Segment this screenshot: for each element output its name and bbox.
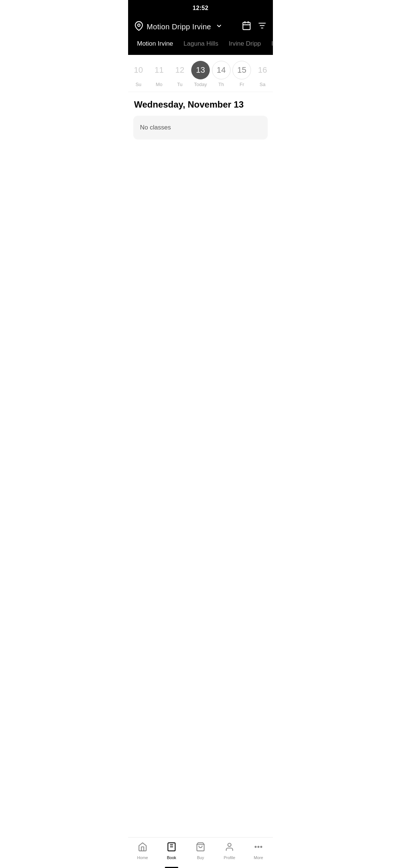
- date-number-10: 10: [129, 61, 148, 79]
- location-name: Motion Dripp Irvine: [147, 23, 211, 31]
- date-day-su: Su: [136, 82, 141, 87]
- chevron-down-icon: [216, 23, 222, 31]
- date-item-14[interactable]: 14 Th: [212, 61, 231, 87]
- location-tab-laguna-hills[interactable]: Laguna Hills: [179, 38, 223, 50]
- location-tab-irvine-dripp[interactable]: Irvine Dripp: [224, 38, 265, 50]
- location-selector[interactable]: Motion Dripp Irvine: [134, 21, 242, 33]
- date-day-tu: Tu: [177, 82, 183, 87]
- svg-point-0: [138, 24, 140, 26]
- date-day-fr: Fr: [239, 82, 244, 87]
- filter-icon[interactable]: [257, 21, 267, 33]
- date-item-16[interactable]: 16 Sa: [253, 61, 272, 87]
- date-number-14: 14: [212, 61, 231, 79]
- date-item-12[interactable]: 12 Tu: [170, 61, 189, 87]
- date-picker: 10 Su 11 Mo 12 Tu 13 Today 14 Th 15 Fr 1…: [128, 55, 273, 92]
- header-actions: [242, 21, 267, 33]
- date-item-13[interactable]: 13 Today: [191, 61, 210, 87]
- location-tab-motion-irvine[interactable]: Motion Irvine: [133, 38, 177, 50]
- date-heading: Wednesday, November 13: [128, 92, 273, 114]
- date-day-th: Th: [218, 82, 224, 87]
- date-day-sa: Sa: [260, 82, 265, 87]
- no-classes-card: No classes: [133, 116, 268, 139]
- location-pin-icon: [134, 21, 144, 33]
- calendar-icon[interactable]: [242, 21, 251, 33]
- date-number-12: 12: [170, 61, 189, 79]
- date-item-11[interactable]: 11 Mo: [150, 61, 169, 87]
- date-number-15: 15: [232, 61, 251, 79]
- date-day-mo: Mo: [156, 82, 163, 87]
- date-number-16: 16: [253, 61, 272, 79]
- location-tab-irvi[interactable]: Irvi...: [267, 38, 273, 50]
- header: Motion Dripp Irvine: [128, 16, 273, 38]
- status-time: 12:52: [193, 5, 208, 11]
- date-number-13: 13: [191, 61, 210, 79]
- date-item-10[interactable]: 10 Su: [129, 61, 148, 87]
- svg-rect-1: [243, 22, 250, 30]
- status-bar: 12:52: [128, 0, 273, 16]
- date-number-11: 11: [150, 61, 169, 79]
- date-day-today: Today: [194, 82, 207, 87]
- location-tabs: Motion Irvine Laguna Hills Irvine Dripp …: [128, 38, 273, 55]
- date-item-15[interactable]: 15 Fr: [232, 61, 251, 87]
- no-classes-text: No classes: [140, 124, 171, 131]
